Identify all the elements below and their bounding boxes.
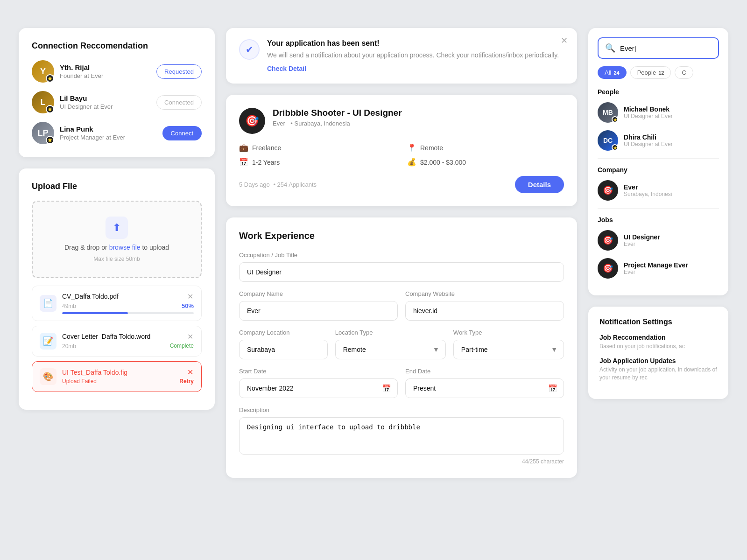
dropzone-text: Drag & drop or browse file to upload	[64, 244, 169, 251]
divider-2	[598, 208, 719, 209]
upload-file-card: Upload File ⬆ Drag & drop or browse file…	[19, 168, 215, 410]
notif-job-rec-desc: Based on your job notifications, ac	[599, 343, 717, 350]
job2-logo: 🎯	[598, 258, 618, 279]
end-date-calendar-icon[interactable]: 📅	[548, 384, 557, 393]
search-bar-icon: 🔍	[605, 43, 615, 53]
upload-icon: ⬆	[106, 217, 128, 239]
application-banner: ✔ Your application has been sent! We wil…	[226, 28, 577, 84]
banner-link[interactable]: Check Detail	[267, 65, 564, 72]
search-info-michael: Michael Bonek UI Designer at Ever	[624, 105, 673, 119]
filter-tab-c[interactable]: C	[675, 66, 693, 79]
salary-icon: 💰	[407, 158, 416, 167]
connection-item-3: LP ⭐ Lina Punk Project Manager at Ever C…	[32, 122, 202, 144]
work-type-select[interactable]: Part-time Full-time Contract	[453, 340, 564, 359]
search-badge-dhira: ⭐	[612, 144, 618, 151]
avatar-badge-2: ⭐	[46, 105, 54, 113]
file-item-1: 📄 CV_Daffa Toldo.pdf 49mb 50% ✕	[32, 286, 202, 321]
search-role-dhira: UI Designer at Ever	[624, 141, 673, 147]
notif-settings-title: Notification Settings	[599, 318, 717, 326]
job-footer: 5 Days ago • 254 Applicants Details	[239, 176, 564, 193]
company-name-label: Company Name	[239, 290, 398, 297]
retry-button[interactable]: Retry	[179, 378, 194, 385]
file-name-2: Cover Letter_Daffa Toldo.word	[62, 333, 194, 340]
ever-company-logo: 🎯	[598, 180, 618, 201]
filter-tabs: All 24 People 12 C	[598, 66, 719, 79]
filter-people-count: 12	[658, 70, 664, 76]
file-info-2: Cover Letter_Daffa Toldo.word 20mb Compl…	[62, 333, 194, 350]
job-detail-remote: 📍 Remote	[407, 143, 564, 152]
search-avatar-dhira: DC ⭐	[598, 130, 618, 151]
job-meta: Ever • Surabaya, Indonesia	[273, 120, 564, 127]
notif-job-app-desc: Activity on your job application, in dow…	[599, 366, 717, 382]
file-size-1: 49mb	[62, 303, 76, 309]
filter-tab-all[interactable]: All 24	[598, 66, 627, 79]
location-type-select[interactable]: Remote On-site Hybrid	[335, 340, 446, 359]
search-input[interactable]	[620, 44, 712, 52]
job1-company: Ever	[624, 241, 660, 247]
search-name-michael: Michael Bonek	[624, 105, 673, 113]
description-textarea[interactable]: Designing ui interface to upload to drib…	[239, 417, 564, 455]
file-close-1[interactable]: ✕	[185, 292, 195, 301]
ever-company-info: Ever Surabaya, Indonesi	[624, 183, 672, 197]
start-date-calendar-icon[interactable]: 📅	[382, 384, 391, 393]
filter-all-label: All	[605, 69, 611, 76]
job-salary-label: $2.000 - $3.000	[420, 159, 466, 166]
conn-name-1: Yth. Rijal	[60, 63, 151, 71]
file-icon-fig: 🎨	[40, 368, 56, 385]
start-date-input[interactable]	[239, 378, 398, 398]
briefcase-icon: 💼	[239, 143, 248, 152]
connected-button-2[interactable]: Connected	[156, 95, 202, 110]
avatar-badge-1: ⭐	[46, 74, 54, 83]
search-result-ever[interactable]: 🎯 Ever Surabaya, Indonesi	[598, 180, 719, 201]
file-close-3[interactable]: ✕	[185, 367, 195, 377]
file-close-2[interactable]: ✕	[185, 332, 195, 341]
notif-item-job-app: Job Application Updates Activity on your…	[599, 357, 717, 382]
filter-c-label: C	[682, 69, 686, 76]
file-size-2: 20mb	[62, 343, 76, 350]
file-status-2: Complete	[170, 343, 194, 349]
job-type-label: Freelance	[252, 144, 281, 152]
requested-button-1[interactable]: Requested	[156, 64, 202, 79]
search-role-michael: UI Designer at Ever	[624, 113, 673, 119]
conn-info-1: Yth. Rijal Founder at Ever	[60, 63, 151, 79]
company-name-input[interactable]	[239, 301, 398, 321]
file-bottom-row-1: 49mb 50%	[62, 302, 194, 309]
company-section-title: Company	[598, 166, 719, 174]
work-type-label: Work Type	[453, 329, 564, 336]
max-file-text: Max file size 50mb	[93, 256, 140, 262]
search-info-dhira: Dhira Chili UI Designer at Ever	[624, 133, 673, 147]
search-bar[interactable]: 🔍	[598, 37, 719, 59]
occupation-input[interactable]	[239, 262, 564, 282]
dropzone[interactable]: ⬆ Drag & drop or browse file to upload M…	[32, 201, 202, 278]
connection-item-1: Y ⭐ Yth. Rijal Founder at Ever Requested	[32, 60, 202, 83]
conn-info-3: Lina Punk Project Manager at Ever	[60, 125, 157, 141]
banner-title: Your application has been sent!	[267, 39, 564, 48]
connect-button-3[interactable]: Connect	[162, 126, 202, 140]
job-logo: 🎯	[239, 108, 265, 134]
upload-title: Upload File	[32, 182, 202, 191]
location-icon: 📍	[407, 143, 416, 152]
char-count: 44/255 character	[239, 458, 564, 465]
job2-company: Ever	[624, 269, 688, 275]
search-job-project-manage[interactable]: 🎯 Project Manage Ever Ever	[598, 258, 719, 279]
banner-close-button[interactable]: ✕	[561, 35, 568, 46]
company-location-input[interactable]	[239, 340, 328, 359]
notif-job-rec-title: Job Reccomendation	[599, 334, 717, 341]
job-footer-info: 5 Days ago • 254 Applicants	[239, 181, 318, 188]
search-result-dhira[interactable]: DC ⭐ Dhira Chili UI Designer at Ever	[598, 130, 719, 151]
search-avatar-michael: MB ⭐	[598, 102, 618, 123]
job-title-area: Dribbble Shooter - UI Designer Ever • Su…	[273, 108, 564, 127]
end-date-input[interactable]	[405, 378, 564, 398]
file-percent-1: 50%	[182, 302, 194, 309]
job-card: 🎯 Dribbble Shooter - UI Designer Ever • …	[226, 95, 577, 206]
avatar-wrap-3: LP ⭐	[32, 122, 54, 144]
conn-name-3: Lina Punk	[60, 125, 157, 133]
filter-tab-people[interactable]: People 12	[630, 66, 671, 79]
search-result-michael[interactable]: MB ⭐ Michael Bonek UI Designer at Ever	[598, 102, 719, 123]
job1-logo: 🎯	[598, 230, 618, 251]
browse-link[interactable]: browse file	[109, 244, 141, 251]
company-website-input[interactable]	[405, 301, 564, 321]
work-type-group: Work Type Part-time Full-time Contract ▼	[453, 329, 564, 359]
search-job-ui-designer[interactable]: 🎯 UI Designer Ever	[598, 230, 719, 251]
job-details-button[interactable]: Details	[515, 176, 564, 193]
